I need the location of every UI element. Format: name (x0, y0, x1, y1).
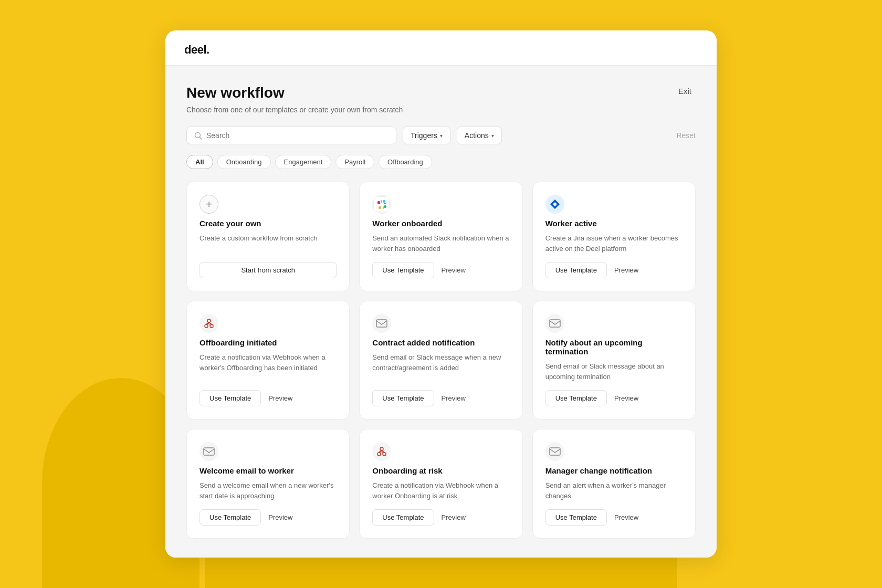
use-template-button[interactable]: Use Template (545, 390, 607, 406)
card-title: Welcome email to worker (200, 466, 337, 475)
card-actions: Use Template Preview (372, 509, 509, 526)
use-template-button[interactable]: Use Template (372, 509, 434, 526)
preview-button[interactable]: Preview (266, 509, 295, 526)
svg-point-18 (377, 453, 381, 456)
search-box (186, 127, 396, 144)
card-upcoming-termination: Notify about an upcoming termination Sen… (532, 301, 696, 419)
card-title: Offboarding initiated (200, 338, 337, 347)
use-template-button[interactable]: Use Template (545, 509, 607, 526)
use-template-button[interactable]: Use Template (372, 262, 434, 278)
svg-rect-16 (550, 320, 560, 327)
svg-rect-15 (376, 320, 387, 327)
jira-icon (545, 195, 564, 214)
card-desc: Create a notification via Webhook when a… (372, 480, 509, 501)
preview-button[interactable]: Preview (612, 509, 640, 526)
webhook-icon (372, 442, 391, 461)
card-desc: Send email or Slack message about an upc… (545, 361, 682, 382)
card-create-own: + Create your own Create a custom workfl… (186, 182, 350, 291)
svg-rect-8 (384, 205, 386, 208)
card-actions: Use Template Preview (545, 509, 682, 526)
email-icon (545, 314, 564, 333)
svg-rect-5 (381, 200, 382, 203)
card-title: Onboarding at risk (372, 466, 509, 475)
card-title: Notify about an upcoming termination (545, 338, 682, 356)
card-title: Create your own (200, 219, 337, 228)
svg-point-13 (210, 324, 213, 328)
exit-button[interactable]: Exit (674, 85, 696, 98)
svg-rect-2 (374, 197, 389, 212)
card-manager-change: Manager change notification Send an aler… (532, 429, 696, 539)
svg-rect-9 (383, 206, 384, 209)
svg-point-19 (383, 453, 386, 456)
use-template-button[interactable]: Use Template (545, 262, 607, 278)
card-desc: Send an alert when a worker's manager ch… (545, 480, 682, 501)
card-title: Worker onboarded (372, 219, 509, 228)
svg-rect-21 (550, 448, 560, 455)
svg-rect-17 (204, 448, 214, 455)
email-icon (372, 314, 391, 333)
card-worker-onboarded: Worker onboarded Send an automated Slack… (359, 182, 522, 291)
card-worker-active: Worker active Create a Jira issue when a… (532, 182, 696, 291)
use-template-button[interactable]: Use Template (200, 390, 261, 406)
page-header: New workflow Exit (186, 85, 696, 101)
card-desc: Send email or Slack message when a new c… (372, 352, 509, 382)
start-from-scratch-button[interactable]: Start from scratch (200, 262, 337, 278)
tag-offboarding[interactable]: Offboarding (379, 155, 432, 169)
tag-row: All Onboarding Engagement Payroll Offboa… (186, 155, 696, 169)
preview-button[interactable]: Preview (439, 390, 468, 406)
chevron-down-icon: ▾ (491, 133, 494, 139)
tag-engagement[interactable]: Engagement (275, 155, 332, 169)
card-onboarding-risk: Onboarding at risk Create a notification… (359, 429, 522, 539)
card-actions: Use Template Preview (200, 390, 337, 406)
preview-button[interactable]: Preview (439, 509, 468, 526)
card-actions: Use Template Preview (200, 509, 337, 526)
email-icon (200, 442, 218, 461)
svg-point-14 (207, 319, 211, 322)
card-desc: Create a notification via Webhook when a… (200, 352, 337, 382)
svg-line-1 (200, 137, 202, 139)
modal-header: deel. (165, 30, 717, 66)
cards-grid: + Create your own Create a custom workfl… (186, 182, 696, 539)
page-subtitle: Choose from one of our templates or crea… (186, 106, 696, 114)
card-desc: Create a Jira issue when a worker become… (545, 233, 682, 254)
page-title: New workflow (186, 85, 285, 101)
preview-button[interactable]: Preview (266, 390, 295, 406)
preview-button[interactable]: Preview (439, 262, 468, 278)
slack-icon (372, 195, 391, 214)
card-title: Manager change notification (545, 466, 682, 475)
use-template-button[interactable]: Use Template (372, 390, 434, 406)
card-contract-added: Contract added notification Send email o… (359, 301, 522, 419)
svg-point-12 (205, 324, 208, 328)
tag-onboarding[interactable]: Onboarding (217, 155, 271, 169)
email-icon (545, 442, 564, 461)
svg-rect-6 (383, 200, 385, 203)
filter-buttons: Triggers ▾ Actions ▾ Reset (403, 127, 696, 144)
card-actions: Use Template Preview (545, 262, 682, 278)
tag-all[interactable]: All (186, 155, 213, 169)
modal-container: deel. New workflow Exit Choose from one … (165, 30, 717, 558)
plus-icon: + (200, 195, 218, 214)
card-desc: Create a custom workflow from scratch (200, 233, 337, 257)
card-actions: Use Template Preview (545, 390, 682, 406)
preview-button[interactable]: Preview (612, 262, 640, 278)
reset-button[interactable]: Reset (676, 131, 696, 140)
svg-point-11 (553, 203, 556, 206)
preview-button[interactable]: Preview (612, 390, 640, 406)
actions-filter[interactable]: Actions ▾ (457, 127, 502, 144)
search-input[interactable] (206, 131, 388, 140)
card-actions: Use Template Preview (372, 390, 509, 406)
card-offboarding-initiated: Offboarding initiated Create a notificat… (186, 301, 350, 419)
card-welcome-email: Welcome email to worker Send a welcome e… (186, 429, 350, 539)
card-title: Worker active (545, 219, 682, 228)
use-template-button[interactable]: Use Template (200, 509, 261, 526)
svg-rect-7 (384, 203, 386, 204)
logo: deel. (184, 43, 209, 56)
chevron-down-icon: ▾ (440, 133, 443, 139)
triggers-filter[interactable]: Triggers ▾ (403, 127, 450, 144)
search-filter-row: Triggers ▾ Actions ▾ Reset (186, 127, 696, 144)
card-desc: Send an automated Slack notification whe… (372, 233, 509, 254)
webhook-icon (200, 314, 218, 333)
modal-content: New workflow Exit Choose from one of our… (165, 66, 717, 558)
tag-payroll[interactable]: Payroll (335, 155, 374, 169)
card-actions: Use Template Preview (372, 262, 509, 278)
